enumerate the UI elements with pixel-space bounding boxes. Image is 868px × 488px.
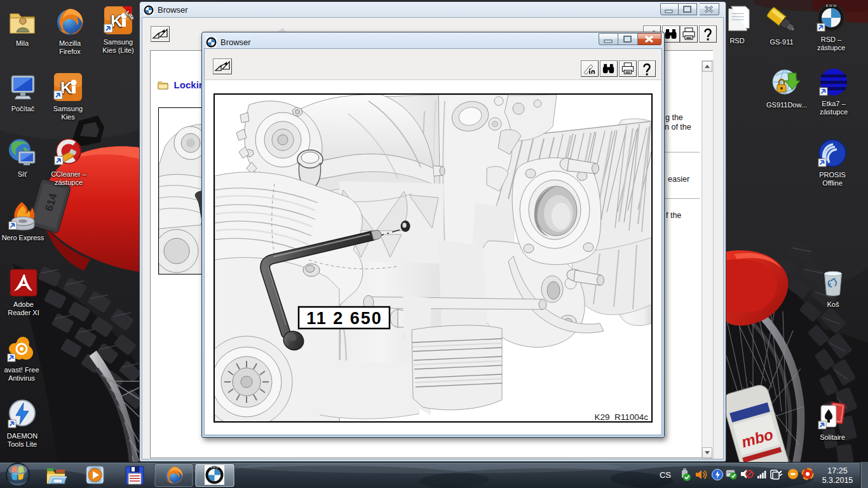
- svg-text:5.3.2015: 5.3.2015: [822, 476, 853, 485]
- svg-text:K29_R11004c: K29_R11004c: [594, 412, 648, 421]
- svg-text:17:25: 17:25: [827, 466, 847, 475]
- svg-text:11 2 650: 11 2 650: [306, 309, 383, 328]
- svg-text:CS: CS: [660, 470, 671, 480]
- svg-text:B M W: B M W: [826, 4, 837, 8]
- svg-text:B M W: B M W: [210, 466, 219, 469]
